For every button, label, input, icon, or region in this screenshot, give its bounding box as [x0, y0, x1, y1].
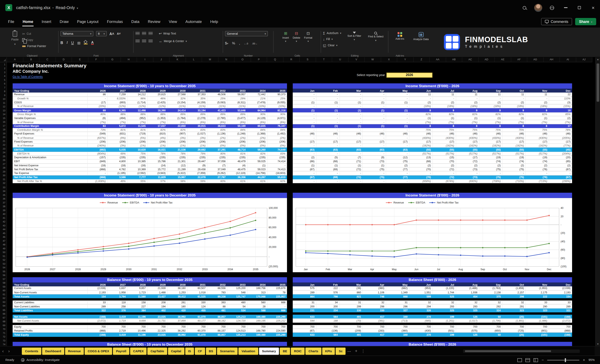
cell[interactable]: 700	[316, 325, 339, 328]
cell[interactable]: -	[293, 92, 316, 96]
cell[interactable]: 29,447	[187, 159, 207, 163]
row-header-47[interactable]: 47	[0, 239, 6, 243]
cell[interactable]: 61,525	[187, 294, 207, 298]
column-header-g[interactable]: G	[104, 57, 121, 62]
cell[interactable]: (11%)	[187, 105, 207, 108]
cell[interactable]: 7,259	[107, 92, 127, 96]
cell[interactable]: Non-Current Assets	[13, 291, 87, 294]
cell[interactable]: -	[339, 179, 363, 183]
page-break-view-icon[interactable]	[534, 358, 538, 362]
cell[interactable]: 700	[147, 325, 167, 328]
cell[interactable]: (2)	[386, 164, 409, 167]
balance-sheet-10y-table[interactable]: Year Ending20262027202820292030203120322…	[13, 282, 287, 337]
cell[interactable]: (12)	[167, 164, 187, 167]
cell[interactable]: 700	[293, 325, 316, 328]
cell[interactable]: 2033	[227, 282, 247, 287]
cell[interactable]: 2,193	[87, 291, 107, 294]
cell[interactable]: 75%	[502, 128, 525, 132]
cell[interactable]: (2%)	[227, 136, 247, 139]
cell[interactable]: (1)	[339, 109, 363, 112]
cell[interactable]: (17)	[502, 140, 525, 143]
cell[interactable]: (17)	[339, 140, 363, 143]
cell[interactable]: -	[432, 172, 456, 175]
cell[interactable]: (1)	[363, 164, 386, 167]
cell[interactable]: (2)	[525, 164, 549, 167]
cell[interactable]: (15%)	[549, 105, 572, 108]
row-header-65[interactable]: 65	[0, 308, 6, 312]
cell[interactable]: 23,025	[147, 333, 167, 337]
cell[interactable]: 24,414	[167, 109, 187, 112]
cell[interactable]: (2)	[432, 164, 456, 167]
cell[interactable]: (12%)	[147, 105, 167, 108]
cell[interactable]: 38,992	[167, 315, 187, 318]
cell[interactable]: (1%)	[167, 144, 187, 147]
cell[interactable]: Total Assets	[13, 294, 87, 298]
cell[interactable]: 37,056	[207, 159, 227, 163]
cell[interactable]: 62%	[267, 179, 287, 183]
column-header-ad[interactable]: AD	[478, 57, 495, 62]
column-header-c[interactable]: C	[39, 57, 56, 62]
sheet-tab-revenue[interactable]: Revenue	[65, 347, 84, 355]
search-button[interactable]	[517, 0, 531, 15]
cell[interactable]: (72)	[339, 168, 363, 171]
cell[interactable]: -	[316, 172, 339, 175]
cell[interactable]: (9,055)	[267, 100, 287, 104]
cell[interactable]: (430%)	[456, 136, 479, 139]
cell[interactable]: 32	[456, 300, 479, 304]
cell[interactable]: May	[386, 282, 409, 287]
cell[interactable]: 169,480	[247, 315, 267, 318]
cell[interactable]: (690%)	[456, 179, 479, 183]
cell[interactable]: 588	[247, 309, 267, 312]
cell[interactable]: 291	[502, 304, 525, 308]
row-header-41[interactable]: 41	[0, 216, 6, 220]
cell[interactable]: 84%	[247, 128, 267, 132]
row-header-13[interactable]: 13	[0, 108, 6, 112]
cell[interactable]: % of Revenue	[13, 136, 87, 139]
cell[interactable]: 700	[363, 325, 386, 328]
cell[interactable]: 2,175	[525, 291, 549, 294]
cell[interactable]: -	[316, 97, 339, 100]
sheet-tab-valuation[interactable]: Valuation	[238, 347, 258, 355]
cell[interactable]: 560	[247, 300, 267, 304]
cell[interactable]: (63)	[339, 148, 363, 152]
cell[interactable]: 821	[339, 294, 363, 298]
cell[interactable]: (69)	[316, 168, 339, 171]
cell[interactable]: (168)	[87, 333, 107, 337]
cell[interactable]: 323	[502, 309, 525, 312]
cell[interactable]: (2)	[502, 100, 525, 104]
cell[interactable]: (75)	[479, 168, 502, 171]
cell[interactable]: -	[316, 179, 339, 183]
column-header-aa[interactable]: AA	[430, 57, 446, 62]
cell[interactable]: (0%)	[267, 144, 287, 147]
cell[interactable]: (46)	[479, 132, 502, 136]
cell[interactable]: (46)	[339, 132, 363, 136]
cell[interactable]: (1)	[432, 116, 456, 120]
row-header-3[interactable]: 3	[0, 70, 6, 74]
wrap-text-button[interactable]: Wrap Text	[159, 31, 176, 36]
analyze-data-button[interactable]: Analyze Data	[412, 32, 430, 41]
cell[interactable]: 169,756	[247, 287, 267, 290]
percent-button[interactable]	[232, 39, 235, 46]
row-header-11[interactable]: 11	[0, 100, 6, 105]
row-header-24[interactable]: 24	[0, 151, 6, 155]
cell[interactable]: (6%)	[167, 120, 187, 124]
cell[interactable]: 125,747	[227, 294, 247, 298]
cell[interactable]: 23,427	[147, 294, 167, 298]
cell[interactable]: (11%)	[167, 105, 187, 108]
cell[interactable]: 9	[456, 109, 479, 112]
cell[interactable]: (674%)	[432, 179, 456, 183]
cell[interactable]: 90,373	[267, 92, 287, 96]
cell[interactable]: (1)	[316, 164, 339, 167]
cell[interactable]: (68)	[316, 159, 339, 163]
cell[interactable]: 55,810	[267, 175, 287, 179]
cell[interactable]: (4,129)	[247, 116, 267, 120]
cell[interactable]: 225,957	[267, 294, 287, 298]
row-header-55[interactable]: 55	[0, 269, 6, 273]
cell[interactable]: 50	[479, 333, 502, 337]
row-header-48[interactable]: 48	[0, 243, 6, 246]
cell[interactable]: 633	[293, 333, 316, 337]
cell[interactable]: 270	[409, 315, 432, 318]
cell[interactable]: 2031	[187, 282, 207, 287]
cell[interactable]: (72)	[432, 175, 456, 179]
row-header-5[interactable]: 5	[0, 78, 6, 82]
